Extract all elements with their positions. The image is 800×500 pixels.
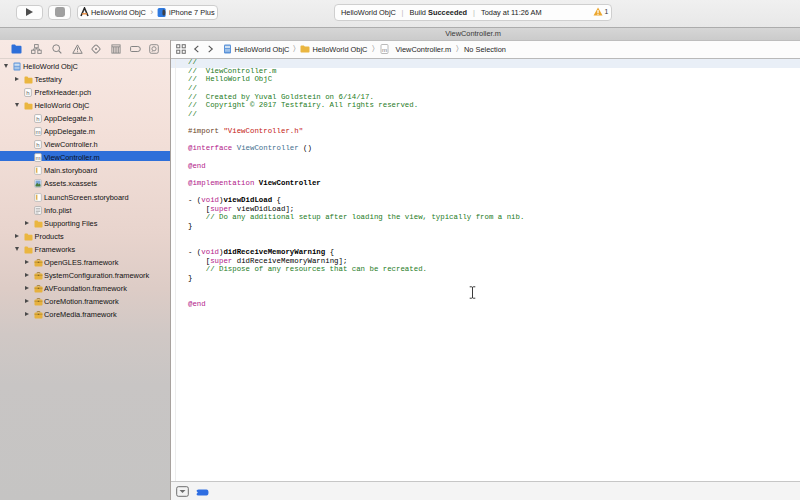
svg-text:m: m <box>382 47 387 53</box>
svg-text:m: m <box>35 129 40 135</box>
svg-text:h: h <box>36 116 39 122</box>
svg-text:m: m <box>35 155 40 161</box>
svg-text:h: h <box>26 90 29 96</box>
svg-text:h: h <box>36 142 39 148</box>
